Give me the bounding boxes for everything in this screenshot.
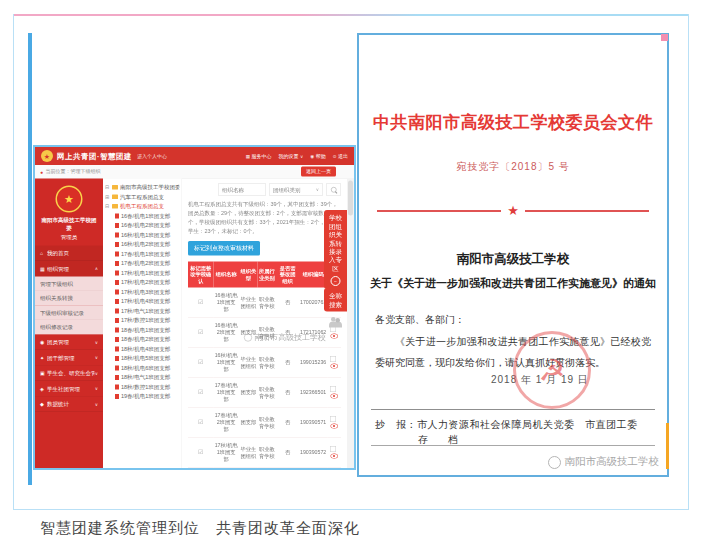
view-eye-icon[interactable] (330, 364, 338, 369)
folder-icon (112, 185, 118, 190)
file-icon (115, 365, 119, 370)
tree-node-label: 18秋/机电4班团支部 (121, 345, 170, 353)
table-row: ☑16春/机电1班团支部毕业生团组织职业教育学校否170020761 (188, 288, 341, 318)
sidebar-item[interactable]: ⌂我的首页 (35, 246, 103, 262)
checkbox[interactable]: ☑ (198, 448, 203, 455)
view-eye-icon[interactable] (330, 334, 338, 339)
tree-leaf[interactable]: 18秋/机电5班团支部 (115, 354, 180, 364)
tree-leaf[interactable]: 17秋/电气1班团支部 (115, 306, 180, 316)
edit-icon[interactable] (330, 416, 336, 422)
view-eye-icon[interactable] (330, 393, 338, 398)
tree-leaf[interactable]: 16春/机电2班团支部 (115, 221, 180, 231)
checkbox[interactable]: ☑ (198, 358, 203, 365)
table-column-header: 是否需整改团组织 (276, 261, 299, 287)
file-icon (115, 261, 119, 266)
tree-leaf[interactable]: 18秋/数控1班团支部 (115, 382, 180, 392)
header-menu-item[interactable]: ◉帮助 (310, 153, 325, 160)
back-button[interactable]: 返回上一页 (301, 167, 336, 177)
table-column-header: 组织类型 (239, 261, 257, 287)
cell-flag: 否 (276, 288, 299, 318)
blue-accent-line (28, 33, 32, 485)
cell-industry: 职业教育学校 (258, 467, 276, 470)
tree-leaf[interactable]: 17秋/机电4班团支部 (115, 297, 180, 307)
file-icon (115, 346, 119, 351)
tree-leaf[interactable]: 17春/机电1班团支部 (115, 249, 180, 259)
file-icon (115, 232, 119, 237)
scrollbar[interactable] (347, 179, 354, 469)
tree-leaf[interactable]: 18春/机电2班团支部 (115, 335, 180, 345)
sidebar-item-icon: ◈ (40, 386, 47, 392)
filter-row: 组织名称 团组织类别 ∨ (188, 184, 341, 196)
tree-toggle-icon[interactable]: ⊟ (105, 204, 110, 210)
tree-leaf[interactable]: 17秋/机电3班团支部 (115, 287, 180, 297)
file-icon (115, 289, 119, 294)
checkbox[interactable]: ☑ (198, 329, 203, 336)
menu-item-label: 服务中心 (252, 153, 272, 160)
sidebar-item[interactable]: 下级组织审核记录 (35, 306, 103, 321)
sidebar-item[interactable]: ▦组织管理∧ (35, 261, 103, 277)
sidebar-item-label: 学生会、研究生会管理 (47, 369, 95, 377)
cyl-flame-logo-icon: ★ (41, 150, 53, 162)
cell-code: 192366501 (299, 377, 327, 407)
edit-icon[interactable] (330, 356, 336, 362)
sidebar-item[interactable]: ◆数据统计∨ (35, 397, 103, 413)
cell-flag: 否 (276, 377, 299, 407)
view-eye-icon[interactable] (330, 453, 338, 458)
table-column-header: 标记需整改学校确认 (188, 261, 213, 287)
file-icon (115, 251, 119, 256)
tree-branch[interactable]: ⊞汽车工程系团总支 (105, 192, 180, 202)
sidebar-item-label: 组织管理 (47, 265, 95, 273)
tree-node-label: 17秋/数控1班团支部 (121, 317, 170, 325)
tree-branch[interactable]: ⊟机电工程系团总支 (105, 202, 180, 212)
checkbox[interactable]: ☑ (198, 388, 203, 395)
tree-leaf[interactable]: 18秋/机电4班团支部 (115, 344, 180, 354)
sidebar-item[interactable]: ◈学生社团管理∨ (35, 381, 103, 397)
mark-materials-button[interactable]: 标记到点整改审核材料 (188, 241, 260, 256)
tree-node-label: 17秋/机电4班团支部 (121, 298, 170, 306)
scrollbar-thumb[interactable] (348, 181, 353, 216)
chevron-down-icon: ∨ (300, 154, 303, 159)
menu-item-label: 我的设置 (279, 153, 299, 160)
table-column-header: 所属行业类别 (258, 261, 276, 287)
header-menu-item[interactable]: 我的设置∨ (279, 153, 304, 160)
tree-leaf[interactable]: 17春/机电2班团支部 (115, 259, 180, 269)
tree-leaf[interactable]: 17秋/数控1班团支部 (115, 316, 180, 326)
checkbox[interactable]: ☑ (198, 299, 203, 306)
menu-item-label: 退出 (338, 153, 348, 160)
file-icon (115, 356, 119, 361)
document-watermark-text: 南阳市高级技工学校 (565, 455, 660, 469)
tree-root[interactable]: ⊟南阳市高级技工学校团委 (105, 183, 180, 193)
checkbox[interactable]: ☑ (198, 418, 203, 425)
tree-leaf[interactable]: 19春/机电1班团支部 (115, 392, 180, 402)
tree-toggle-icon[interactable]: ⊟ (105, 185, 110, 191)
tree-leaf[interactable]: 17秋/机电2班团支部 (115, 278, 180, 288)
tree-toggle-icon[interactable]: ⊞ (105, 194, 110, 200)
sidebar-item[interactable]: 管理下级组织 (35, 277, 103, 292)
edit-icon[interactable] (330, 446, 336, 452)
sidebar-item[interactable]: ◉团员管理∨ (35, 335, 103, 351)
sidebar-item[interactable]: ▣学生会、研究生会管理∨ (35, 366, 103, 382)
transfer-entry-tab[interactable]: 学校团组织关系转接录入专区 − (324, 210, 347, 289)
search-button[interactable] (326, 184, 341, 196)
sidebar-item[interactable]: ✦团干部管理∨ (35, 350, 103, 366)
divider-line (371, 445, 655, 446)
tree-leaf[interactable]: 16秋/机电2班团支部 (115, 240, 180, 250)
chevron-icon: ∨ (95, 340, 98, 345)
view-eye-icon[interactable] (330, 423, 338, 428)
tree-leaf[interactable]: 16春/机电1班团支部 (115, 211, 180, 221)
fullname-search-tab[interactable]: 全称搜索 (324, 288, 347, 312)
tree-leaf[interactable]: 16秋/机电1班团支部 (115, 230, 180, 240)
header-menu-item[interactable]: ⊙退出 (333, 153, 348, 160)
screenshot-watermark-text: 南阳市高级技工学校 (254, 332, 326, 343)
tree-leaf[interactable]: 17秋/机电1班团支部 (115, 268, 180, 278)
edit-icon[interactable] (330, 386, 336, 392)
sidebar-item[interactable]: 组织修改记录 (35, 320, 103, 335)
tree-leaf[interactable]: 18秋/机电6班团支部 (115, 363, 180, 373)
org-type-select[interactable]: 团组织类别 ∨ (269, 184, 323, 196)
header-menu-item[interactable]: ▦服务中心 (246, 153, 272, 160)
org-name-input[interactable]: 组织名称 (218, 184, 266, 196)
tree-leaf[interactable]: 18春/机电1班团支部 (115, 325, 180, 335)
tree-leaf[interactable]: 18秋/电气1班团支部 (115, 373, 180, 383)
people-icon[interactable] (329, 317, 344, 328)
sidebar-item[interactable]: 组织关系转接 (35, 291, 103, 306)
